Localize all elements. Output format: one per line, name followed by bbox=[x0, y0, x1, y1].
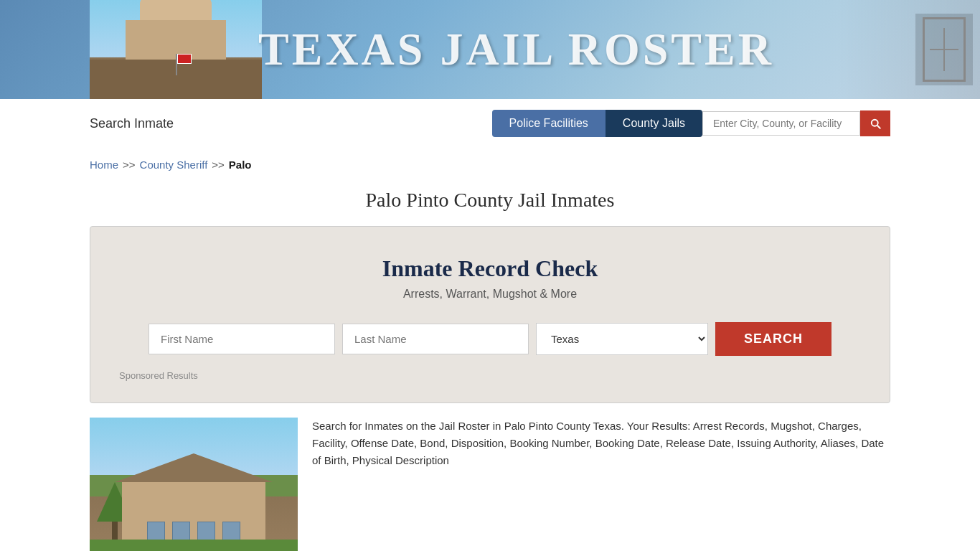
building-image bbox=[90, 418, 298, 551]
record-check-subtitle: Arrests, Warrant, Mugshot & More bbox=[119, 288, 861, 301]
header-search-button[interactable] bbox=[860, 110, 890, 136]
header-banner: Texas Jail Roster bbox=[0, 0, 980, 99]
breadcrumb-current: Palo bbox=[229, 159, 252, 171]
record-check-title: Inmate Record Check bbox=[119, 255, 861, 282]
keys-decoration bbox=[837, 0, 980, 99]
breadcrumb-separator-1: >> bbox=[123, 159, 136, 171]
site-title: Texas Jail Roster bbox=[258, 23, 774, 76]
police-facilities-button[interactable]: Police Facilities bbox=[492, 110, 606, 137]
navbar: Search Inmate Police Facilities County J… bbox=[0, 99, 980, 148]
nav-right: Police Facilities County Jails bbox=[492, 110, 890, 137]
page-title-area: Palo Pinto County Jail Inmates bbox=[0, 182, 980, 226]
sponsored-label: Sponsored Results bbox=[119, 370, 861, 381]
breadcrumb-county-sheriff[interactable]: County Sheriff bbox=[140, 159, 208, 171]
search-icon bbox=[869, 117, 882, 130]
search-inmate-label: Search Inmate bbox=[90, 116, 174, 131]
breadcrumb-home[interactable]: Home bbox=[90, 159, 118, 171]
record-check-section: Inmate Record Check Arrests, Warrant, Mu… bbox=[90, 226, 890, 403]
breadcrumb: Home >> County Sheriff >> Palo bbox=[0, 148, 980, 182]
facility-search-input[interactable] bbox=[702, 111, 860, 136]
last-name-input[interactable] bbox=[342, 324, 529, 354]
bottom-section: Search for Inmates on the Jail Roster in… bbox=[0, 403, 980, 551]
first-name-input[interactable] bbox=[149, 324, 335, 354]
inmate-search-form: AlabamaAlaskaArizonaArkansasCaliforniaCo… bbox=[119, 322, 861, 356]
breadcrumb-separator-2: >> bbox=[212, 159, 225, 171]
search-form-button[interactable]: SEARCH bbox=[715, 322, 831, 356]
description-text: Search for Inmates on the Jail Roster in… bbox=[312, 418, 890, 469]
page-title: Palo Pinto County Jail Inmates bbox=[0, 189, 980, 212]
county-jails-button[interactable]: County Jails bbox=[606, 110, 702, 137]
state-select[interactable]: AlabamaAlaskaArizonaArkansasCaliforniaCo… bbox=[536, 323, 708, 355]
capitol-image bbox=[90, 0, 262, 99]
